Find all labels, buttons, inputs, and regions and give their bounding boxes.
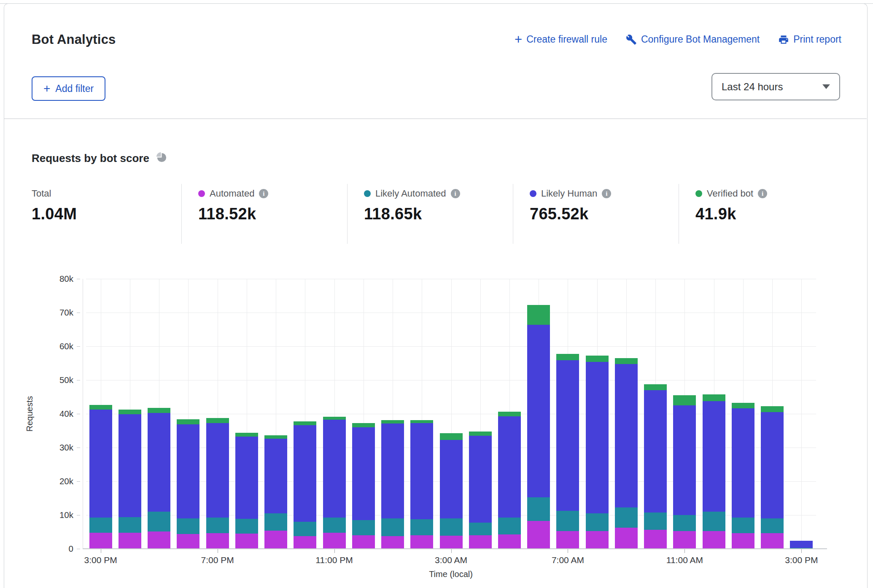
bar-segment-likely-human[interactable]: [498, 416, 521, 518]
bar-segment-likely-human[interactable]: [323, 420, 346, 517]
bar-segment-likely-human[interactable]: [410, 423, 433, 519]
bar-segment-likely-automated[interactable]: [89, 518, 112, 533]
bar-segment-likely-automated[interactable]: [381, 518, 404, 536]
bar-segment-likely-automated[interactable]: [703, 512, 725, 531]
print-report-link[interactable]: Print report: [778, 34, 841, 45]
bar-segment-verified-bot[interactable]: [556, 354, 579, 360]
bar-segment-verified-bot[interactable]: [615, 358, 638, 364]
bar-segment-likely-automated[interactable]: [352, 520, 375, 535]
bar-segment-automated[interactable]: [323, 533, 346, 549]
bar-segment-likely-human[interactable]: [119, 414, 141, 517]
bar-segment-verified-bot[interactable]: [703, 394, 725, 401]
bar-segment-likely-human[interactable]: [703, 401, 725, 512]
bar-segment-likely-human[interactable]: [148, 413, 170, 512]
bar-segment-likely-automated[interactable]: [148, 512, 170, 531]
bar-segment-verified-bot[interactable]: [294, 421, 316, 425]
bar-segment-automated[interactable]: [761, 533, 784, 549]
configure-bot-management-link[interactable]: Configure Bot Management: [626, 34, 760, 45]
bar-segment-verified-bot[interactable]: [761, 406, 784, 412]
bar-segment-verified-bot[interactable]: [527, 305, 550, 325]
bar-segment-verified-bot[interactable]: [352, 423, 375, 427]
bar-segment-likely-automated[interactable]: [177, 518, 199, 534]
time-range-select[interactable]: Last 24 hours: [711, 73, 840, 100]
bar-segment-verified-bot[interactable]: [381, 420, 404, 423]
bar-segment-likely-human[interactable]: [761, 412, 784, 518]
bar-segment-likely-automated[interactable]: [732, 518, 754, 534]
bar-segment-automated[interactable]: [119, 533, 141, 549]
bar-segment-likely-automated[interactable]: [410, 519, 433, 535]
bar-segment-likely-automated[interactable]: [440, 518, 463, 536]
bar-segment-verified-bot[interactable]: [644, 384, 667, 390]
bar-segment-automated[interactable]: [89, 533, 112, 549]
info-icon[interactable]: i: [451, 189, 460, 198]
bar-segment-likely-automated[interactable]: [527, 497, 550, 521]
bar-segment-automated[interactable]: [703, 531, 725, 549]
info-icon[interactable]: i: [758, 189, 767, 198]
bar-segment-likely-human[interactable]: [206, 423, 229, 518]
bar-segment-automated[interactable]: [498, 534, 521, 549]
bar-segment-automated[interactable]: [264, 531, 287, 549]
bar-segment-automated[interactable]: [615, 528, 638, 549]
bar-segment-likely-automated[interactable]: [323, 518, 346, 533]
bar-segment-likely-automated[interactable]: [206, 518, 229, 534]
bar-segment-likely-human[interactable]: [790, 541, 813, 548]
bar-segment-verified-bot[interactable]: [89, 405, 112, 409]
bar-segment-likely-automated[interactable]: [556, 511, 579, 531]
bar-segment-likely-human[interactable]: [381, 423, 404, 518]
bar-segment-likely-automated[interactable]: [673, 515, 696, 531]
bar-segment-automated[interactable]: [586, 531, 609, 549]
bar-segment-likely-human[interactable]: [527, 325, 550, 497]
bar-segment-likely-human[interactable]: [352, 427, 375, 520]
bar-segment-likely-human[interactable]: [177, 424, 199, 518]
bar-segment-likely-human[interactable]: [615, 364, 638, 507]
bar-segment-verified-bot[interactable]: [235, 433, 258, 437]
bar-segment-automated[interactable]: [440, 536, 463, 549]
bar-segment-verified-bot[interactable]: [469, 432, 492, 436]
bar-segment-automated[interactable]: [148, 531, 170, 549]
add-filter-button[interactable]: + Add filter: [32, 76, 105, 101]
bar-segment-likely-automated[interactable]: [586, 513, 609, 531]
bar-segment-likely-human[interactable]: [644, 390, 667, 512]
bar-segment-automated[interactable]: [206, 533, 229, 549]
info-icon[interactable]: i: [602, 189, 611, 198]
bar-segment-likely-human[interactable]: [264, 439, 287, 513]
bar-segment-automated[interactable]: [527, 521, 550, 549]
bar-segment-verified-bot[interactable]: [177, 419, 199, 424]
bar-segment-verified-bot[interactable]: [119, 410, 141, 414]
bar-segment-likely-human[interactable]: [440, 440, 463, 518]
bar-segment-verified-bot[interactable]: [206, 418, 229, 423]
bar-segment-likely-human[interactable]: [732, 408, 754, 517]
bar-segment-automated[interactable]: [644, 530, 667, 549]
bar-segment-likely-human[interactable]: [294, 425, 316, 522]
bar-segment-verified-bot[interactable]: [323, 417, 346, 420]
bar-segment-likely-automated[interactable]: [294, 522, 316, 536]
info-icon[interactable]: i: [259, 189, 268, 198]
bar-segment-automated[interactable]: [352, 535, 375, 549]
bar-segment-automated[interactable]: [556, 531, 579, 549]
bar-segment-verified-bot[interactable]: [732, 403, 754, 409]
bar-segment-verified-bot[interactable]: [148, 408, 170, 413]
bar-segment-automated[interactable]: [235, 534, 258, 549]
bar-segment-likely-automated[interactable]: [469, 523, 492, 535]
bar-segment-automated[interactable]: [381, 536, 404, 549]
bar-segment-automated[interactable]: [294, 536, 316, 549]
bar-segment-verified-bot[interactable]: [498, 412, 521, 416]
bar-segment-verified-bot[interactable]: [440, 433, 463, 440]
bar-segment-likely-automated[interactable]: [615, 507, 638, 527]
bar-segment-likely-automated[interactable]: [644, 512, 667, 530]
bar-segment-automated[interactable]: [177, 534, 199, 549]
bar-segment-likely-automated[interactable]: [119, 517, 141, 533]
bar-segment-automated[interactable]: [673, 531, 696, 549]
bar-segment-likely-automated[interactable]: [498, 518, 521, 534]
bar-segment-likely-human[interactable]: [469, 436, 492, 523]
create-firewall-rule-link[interactable]: + Create firewall rule: [515, 34, 607, 45]
bar-segment-likely-human[interactable]: [556, 360, 579, 511]
bar-segment-likely-human[interactable]: [235, 437, 258, 519]
bar-segment-likely-human[interactable]: [586, 362, 609, 513]
bar-segment-verified-bot[interactable]: [586, 356, 609, 362]
bar-segment-verified-bot[interactable]: [410, 420, 433, 423]
bar-segment-likely-automated[interactable]: [235, 519, 258, 534]
bar-segment-likely-human[interactable]: [89, 410, 112, 518]
bar-segment-likely-human[interactable]: [673, 405, 696, 515]
bar-segment-verified-bot[interactable]: [264, 435, 287, 439]
